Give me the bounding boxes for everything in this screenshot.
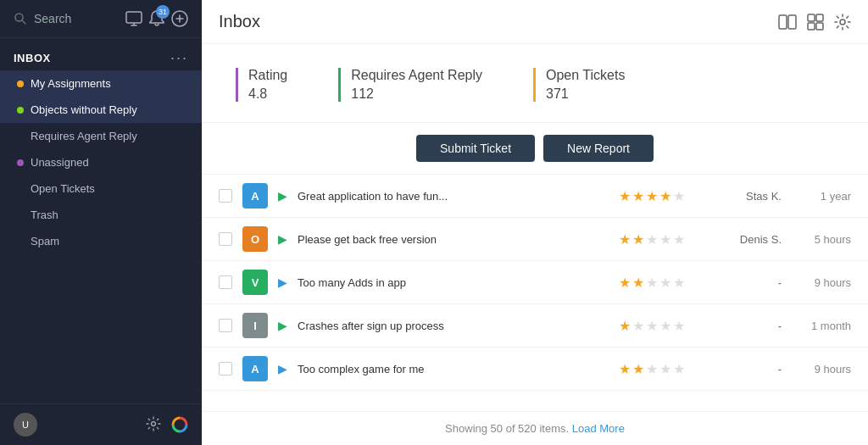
grid-view-icon[interactable]	[807, 14, 824, 31]
settings-icon[interactable]	[146, 416, 161, 431]
star-2: ★	[632, 275, 644, 291]
notification-badge: 31	[156, 5, 170, 19]
stat-rar-label: Requires Agent Reply	[351, 68, 482, 83]
row-checkbox[interactable]	[219, 362, 232, 375]
svg-rect-10	[779, 15, 787, 29]
sidebar-item-my-assignments[interactable]: My Assignments	[0, 70, 202, 97]
dot-orange	[17, 81, 24, 87]
ticket-table: A ▶ Great application to have fun... ★ ★…	[202, 175, 868, 411]
ticket-subject[interactable]: Too many Adds in app	[298, 276, 609, 289]
dot-purple	[17, 159, 24, 166]
table-footer: Showing 50 of 520 items. Load More	[202, 411, 868, 445]
sidebar-icon-group: 31	[125, 10, 188, 27]
avatar: A	[242, 356, 268, 381]
sidebar-item-trash[interactable]: Trash	[0, 202, 202, 228]
stat-open-tickets: Open Tickets 371	[533, 68, 625, 102]
play-icon: ▶	[278, 232, 287, 246]
sidebar-item-label: Spam	[17, 235, 59, 248]
star-4: ★	[659, 275, 671, 291]
sidebar: Search 31	[0, 0, 202, 445]
footer-icon-group	[146, 416, 188, 433]
row-checkbox[interactable]	[219, 232, 232, 246]
sidebar-item-objects-without-reply[interactable]: Objects without Reply	[0, 97, 202, 123]
star-3: ★	[646, 188, 658, 204]
sidebar-item-label: Unassigned	[31, 156, 89, 169]
ticket-subject[interactable]: Please get back free version	[298, 233, 609, 246]
stat-requires-agent-reply: Requires Agent Reply 112	[338, 68, 482, 102]
star-3: ★	[646, 231, 658, 248]
search-area[interactable]: Search	[14, 12, 115, 25]
stats-bar: Rating 4.8 Requires Agent Reply 112 Open…	[202, 44, 868, 123]
svg-rect-14	[808, 23, 815, 30]
new-report-button[interactable]: New Report	[543, 135, 654, 162]
monitor-icon	[125, 11, 142, 26]
monitor-icon-wrap[interactable]	[125, 11, 142, 27]
row-checkbox[interactable]	[219, 275, 232, 289]
star-2: ★	[632, 361, 644, 377]
agent-name: Denis S.	[714, 233, 782, 246]
stat-ot-value: 371	[546, 86, 625, 102]
more-options-button[interactable]: ···	[170, 50, 188, 65]
sidebar-item-label: Requires Agent Reply	[17, 130, 137, 142]
table-row: A ▶ Too complex game for me ★ ★ ★ ★ ★ - …	[202, 348, 868, 391]
star-1: ★	[619, 188, 631, 204]
star-rating: ★ ★ ★ ★ ★	[619, 318, 704, 334]
sidebar-item-requires-agent-reply[interactable]: Requires Agent Reply	[0, 123, 202, 149]
agent-name: Stas K.	[714, 190, 782, 203]
table-row: V ▶ Too many Adds in app ★ ★ ★ ★ ★ - 9 h…	[202, 261, 868, 304]
star-4: ★	[659, 231, 671, 248]
svg-point-8	[152, 422, 156, 426]
star-1: ★	[619, 231, 631, 248]
ticket-time: 9 hours	[792, 276, 851, 289]
search-label: Search	[34, 12, 71, 25]
sidebar-item-open-tickets[interactable]: Open Tickets	[0, 175, 202, 202]
ticket-subject[interactable]: Too complex game for me	[298, 363, 609, 375]
stat-rar-value: 112	[351, 86, 482, 102]
star-1: ★	[619, 361, 631, 377]
row-checkbox[interactable]	[219, 319, 232, 332]
page-title: Inbox	[219, 12, 260, 31]
gear-icon[interactable]	[834, 14, 851, 31]
star-rating: ★ ★ ★ ★ ★	[619, 231, 704, 248]
star-2: ★	[632, 188, 644, 204]
star-1: ★	[619, 275, 631, 291]
ticket-subject[interactable]: Great application to have fun...	[298, 190, 609, 203]
play-icon: ▶	[278, 362, 287, 375]
ticket-time: 5 hours	[792, 233, 851, 246]
agent-name: -	[714, 276, 782, 289]
star-3: ★	[646, 275, 658, 291]
sidebar-footer: U	[0, 403, 202, 445]
avatar: V	[242, 270, 268, 295]
color-wheel-icon[interactable]	[171, 416, 188, 433]
ticket-time: 9 hours	[792, 363, 851, 375]
inbox-section-title: INBOX	[14, 52, 51, 64]
sidebar-item-label: Trash	[17, 209, 58, 221]
submit-ticket-button[interactable]: Submit Ticket	[416, 135, 535, 162]
sidebar-item-spam[interactable]: Spam	[0, 228, 202, 254]
sidebar-item-label: Objects without Reply	[31, 103, 137, 116]
row-checkbox[interactable]	[219, 189, 232, 203]
play-icon: ▶	[278, 189, 287, 203]
user-avatar[interactable]: U	[14, 413, 37, 437]
sidebar-item-unassigned[interactable]: Unassigned	[0, 149, 202, 175]
ticket-subject[interactable]: Crashes after sign up process	[298, 320, 609, 332]
svg-line-1	[22, 20, 25, 24]
ticket-time: 1 month	[792, 320, 851, 332]
dot-green	[17, 107, 24, 114]
avatar: O	[242, 226, 268, 252]
star-rating: ★ ★ ★ ★ ★	[619, 361, 704, 377]
load-more-link[interactable]: Load More	[572, 422, 625, 435]
plus-icon-wrap[interactable]	[171, 10, 188, 27]
split-view-icon[interactable]	[778, 14, 797, 30]
star-5: ★	[673, 188, 685, 204]
stat-ot-label: Open Tickets	[546, 68, 625, 83]
star-5: ★	[673, 318, 685, 334]
star-2: ★	[632, 231, 644, 248]
bell-icon-wrap[interactable]: 31	[149, 10, 164, 27]
stat-rating-label: Rating	[248, 68, 287, 83]
play-icon: ▶	[278, 275, 287, 289]
table-row: A ▶ Great application to have fun... ★ ★…	[202, 175, 868, 218]
agent-name: -	[714, 320, 782, 332]
showing-text: Showing 50 of 520 items.	[445, 422, 569, 435]
star-4: ★	[659, 318, 671, 334]
